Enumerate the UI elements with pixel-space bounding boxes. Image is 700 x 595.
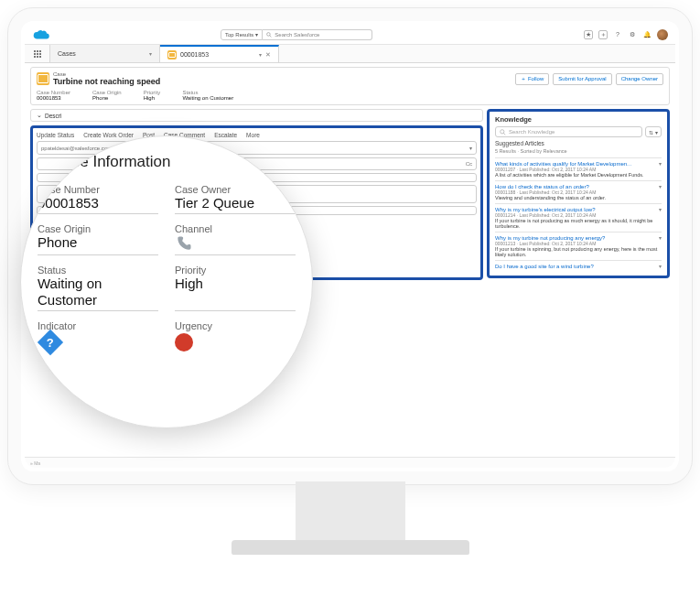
search-placeholder: Search Salesforce — [275, 32, 319, 38]
salesforce-logo-icon — [32, 28, 50, 41]
chevron-down-icon[interactable]: ▾ — [149, 50, 152, 57]
search-icon — [266, 32, 272, 38]
field-case-origin: Case Origin Phone — [38, 223, 158, 255]
knowledge-article[interactable]: Why is my turbine not producing any ener… — [495, 232, 662, 260]
macros-button[interactable]: » Ma — [30, 460, 40, 466]
record-actions: ＋Follow Submit for Approval Change Owner — [515, 73, 663, 85]
field-status: Status Waiting on Customer — [38, 265, 158, 311]
composer-tab[interactable]: Create Work Order — [83, 132, 134, 138]
composer-tabs: Update Status Create Work Order Post Cas… — [37, 132, 477, 138]
field-label: Status — [38, 265, 158, 276]
knowledge-result-count: 5 Results · Sorted by Relevance — [495, 148, 662, 154]
global-header: Top Results ▾ Search Salesforce ★ ＋ ? ⚙ … — [25, 25, 675, 45]
detail-section-toggle[interactable]: ⌄Descri — [30, 109, 483, 122]
tab-label: 00001853 — [180, 51, 209, 58]
chevron-down-icon[interactable]: ▾ — [469, 145, 472, 151]
knowledge-search-input[interactable]: Search Knowledge — [495, 126, 642, 137]
knowledge-search-placeholder: Search Knowledge — [509, 129, 555, 135]
search-input[interactable]: Search Salesforce — [263, 29, 372, 40]
case-icon — [167, 50, 177, 60]
article-menu-icon[interactable]: ▾ — [659, 263, 662, 269]
utility-bar: » Ma — [25, 457, 675, 468]
article-menu-icon[interactable]: ▾ — [659, 183, 662, 189]
article-snippet: If your turbine is spinning, but not pro… — [495, 246, 662, 257]
field-label: Priority — [175, 265, 296, 276]
chevron-down-icon: ▾ — [255, 31, 258, 38]
article-snippet: If your turbine is not producing as much… — [495, 218, 662, 229]
magnified-detail-overlay: ⌄Case Information Case Number 00001853 C… — [20, 135, 313, 428]
composer-tab-more[interactable]: More — [246, 132, 260, 138]
highlights-fields: Case Number00001853 Case OriginPhone Pri… — [37, 90, 663, 101]
section-label: Descri — [45, 113, 61, 119]
knowledge-subheading: Suggested Articles — [495, 140, 662, 146]
article-menu-icon[interactable]: ▾ — [659, 206, 662, 212]
field-case-owner: Case Owner Tier 2 Queue — [175, 184, 296, 214]
field-label: Indicator — [38, 320, 158, 331]
field-value: High — [175, 276, 296, 292]
field-label: Case Owner — [175, 184, 296, 195]
field-value: 00001853 — [38, 195, 158, 211]
favorites-icon[interactable]: ★ — [584, 30, 593, 39]
field-value: 00001853 — [37, 95, 70, 101]
knowledge-article[interactable]: What kinds of activities qualify for Mar… — [495, 157, 662, 180]
close-tab-icon[interactable]: ✕ — [265, 51, 271, 59]
knowledge-panel: Knowledge Search Knowledge ⇅ ▾ Suggested… — [487, 109, 670, 278]
tab-strip-empty — [279, 45, 675, 62]
field-urgency: Urgency — [175, 320, 296, 353]
phone-icon — [175, 234, 193, 253]
field-value: High — [144, 95, 161, 101]
field-indicator: Indicator ? — [38, 320, 158, 353]
tab-label: Cases — [58, 50, 76, 57]
help-icon[interactable]: ? — [613, 30, 622, 39]
change-owner-button[interactable]: Change Owner — [616, 73, 663, 85]
field-label: Urgency — [175, 320, 296, 331]
search-scope-dropdown[interactable]: Top Results ▾ — [221, 29, 263, 40]
article-snippet: A list of activities which are eligible … — [495, 172, 662, 178]
knowledge-article[interactable]: How do I check the status of an order?00… — [495, 180, 662, 203]
urgency-red-dot-icon — [175, 333, 193, 352]
chevron-down-icon: ⌄ — [37, 112, 42, 119]
field-priority: Priority High — [175, 265, 296, 311]
article-menu-icon[interactable]: ▾ — [659, 160, 662, 167]
field-label: Case Origin — [38, 223, 158, 234]
field-value: Phone — [38, 234, 158, 251]
chevron-down-icon[interactable]: ▾ — [259, 51, 262, 58]
user-avatar[interactable] — [657, 29, 668, 40]
composer-tab[interactable]: Update Status — [37, 132, 74, 138]
article-menu-icon[interactable]: ▾ — [659, 234, 662, 241]
field-channel: Channel — [175, 223, 296, 255]
case-icon — [37, 72, 49, 85]
search-scope-label: Top Results — [225, 32, 253, 38]
highlights-panel: Case Turbine not reaching speed ＋Follow … — [30, 67, 670, 105]
global-search: Top Results ▾ Search Salesforce — [221, 29, 372, 40]
field-value: Phone — [92, 95, 122, 101]
tab-cases[interactable]: Cases ▾ — [50, 45, 160, 62]
field-value: Waiting on Customer — [38, 276, 158, 308]
search-icon — [500, 129, 506, 135]
submit-approval-button[interactable]: Submit for Approval — [553, 73, 611, 85]
field-label: Case Number — [38, 184, 158, 195]
field-value: Waiting on Customer — [182, 95, 233, 101]
article-title-link[interactable]: Do I have a good site for a wind turbine… — [495, 264, 662, 269]
knowledge-article[interactable]: Why is my turbine's electrical output lo… — [495, 203, 662, 232]
monitor-stand — [296, 481, 405, 540]
setup-gear-icon[interactable]: ⚙ — [628, 30, 637, 39]
knowledge-sort-button[interactable]: ⇅ ▾ — [645, 126, 662, 137]
cc-label: Cc — [466, 161, 472, 167]
app-launcher-icon[interactable] — [25, 45, 50, 62]
global-add-icon[interactable]: ＋ — [598, 30, 608, 39]
indicator-diamond-icon: ? — [38, 330, 63, 355]
field-label: Channel — [175, 223, 296, 234]
knowledge-heading: Knowledge — [495, 115, 662, 124]
article-snippet: Viewing and understanding the status of … — [495, 195, 662, 200]
field-value: Tier 2 Queue — [175, 195, 296, 211]
svg-line-1 — [270, 35, 272, 37]
notifications-icon[interactable]: 🔔 — [642, 30, 652, 39]
workspace-tabs: Cases ▾ 00001853 ▾ ✕ — [25, 45, 675, 63]
tab-case-record[interactable]: 00001853 ▾ ✕ — [160, 45, 279, 62]
follow-button[interactable]: ＋Follow — [515, 73, 549, 85]
knowledge-article[interactable]: Do I have a good site for a wind turbine… — [495, 260, 662, 272]
composer-tab[interactable]: Escalate — [214, 132, 237, 138]
monitor-base — [232, 540, 469, 555]
record-title: Turbine not reaching speed — [53, 77, 160, 86]
